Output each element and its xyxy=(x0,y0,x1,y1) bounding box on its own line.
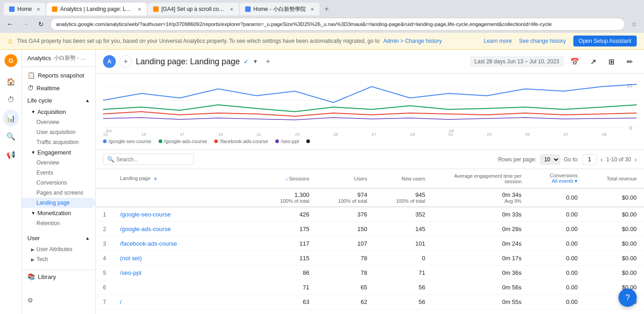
row-page[interactable]: /free-resources xyxy=(113,309,258,314)
reports-snapshot-item[interactable]: 📋 Reports snapshot xyxy=(22,69,95,82)
advertising-icon[interactable]: 📢 xyxy=(3,146,19,163)
rows-per-page-select[interactable]: 10 25 50 xyxy=(540,154,560,165)
report-dropdown-btn[interactable]: ▼ xyxy=(252,58,258,65)
all-events-link[interactable]: All events ▾ xyxy=(552,178,578,184)
acquisition-header[interactable]: ▼ Acquisition xyxy=(22,107,95,117)
home-favicon xyxy=(9,6,15,12)
forward-button[interactable]: → xyxy=(19,18,32,31)
calendar-btn[interactable]: 📅 xyxy=(567,54,582,69)
prev-page-btn[interactable]: ‹ xyxy=(601,156,603,163)
row-page[interactable]: /google-seo-course xyxy=(113,207,258,222)
col-revenue[interactable]: Total revenue xyxy=(585,169,644,188)
address-bar: ← → ↻ analytics.google.com/analytics/web… xyxy=(0,15,644,33)
tab-analytics[interactable]: Analytics | Landing page: Landi... ✕ xyxy=(46,3,147,15)
pages-screens-item[interactable]: Pages and screens xyxy=(22,188,95,198)
user-label: User xyxy=(27,235,40,242)
tab-close[interactable]: ✕ xyxy=(138,7,141,12)
reload-button[interactable]: ↻ xyxy=(35,18,47,31)
user-attributes-item[interactable]: ▶ User Attributes xyxy=(22,244,95,254)
user-attr-expand: ▶ xyxy=(31,247,35,252)
engagement-section: ▼ Engagement Overview Events Conversions… xyxy=(22,147,95,208)
rows-per-page-label: Rows per page: xyxy=(498,156,536,163)
landing-page-item[interactable]: Landing page xyxy=(22,198,95,208)
tab-home[interactable]: Home ✕ xyxy=(4,3,46,15)
svg-text:17: 17 xyxy=(180,132,184,137)
share-btn[interactable]: ↗ xyxy=(586,54,600,69)
row-page[interactable]: (not set) xyxy=(113,251,258,266)
change-history-link[interactable]: Admin > Change history xyxy=(383,38,442,44)
acquisition-overview[interactable]: Overview xyxy=(22,117,95,127)
row-rank: 4 xyxy=(96,251,113,266)
back-button[interactable]: ← xyxy=(4,18,16,31)
realtime-icon[interactable]: ⏱ xyxy=(3,92,19,108)
col-sessions[interactable]: ↓Sessions xyxy=(259,169,317,188)
add-to-report-btn[interactable]: + xyxy=(262,55,274,68)
monetization-header[interactable]: ▼ Monetization xyxy=(22,208,95,218)
toolbar-right: Last 28 days Jun 13 – Jul 10, 2023 📅 ↗ ⊞… xyxy=(470,54,637,69)
see-change-history-link[interactable]: See change history xyxy=(519,38,566,44)
lifecycle-icon[interactable]: 📊 xyxy=(3,110,19,126)
svg-text:05: 05 xyxy=(526,132,530,137)
add-comparison-btn[interactable]: + xyxy=(119,55,132,68)
realtime-item[interactable]: ⏱ Realtime xyxy=(22,82,95,94)
events-item[interactable]: Events xyxy=(22,168,95,178)
totals-revenue: $0.00 xyxy=(585,188,644,207)
property-selector[interactable]: Analytics 小白新勢 - GA4 ▼ xyxy=(22,50,95,67)
totals-users: 974 100% of total xyxy=(317,188,375,207)
compare-btn[interactable]: ⊞ xyxy=(604,54,618,69)
col-users[interactable]: Users xyxy=(317,169,375,188)
bookmark-btn[interactable]: ☆ xyxy=(628,18,640,31)
col-avg-engagement[interactable]: Average engagement time per session xyxy=(433,169,529,188)
help-button[interactable]: ? xyxy=(618,288,637,307)
url-bar[interactable]: analytics.google.com/analytics/web/?auth… xyxy=(50,18,625,31)
learn-more-link[interactable]: Learn more xyxy=(484,38,511,44)
tab-close[interactable]: ✕ xyxy=(36,7,40,12)
search-container[interactable]: 🔍 xyxy=(103,154,194,165)
row-page[interactable]: /facebook-ads-course xyxy=(113,237,258,251)
home-icon[interactable]: 🏠 xyxy=(3,73,19,90)
report-status-btn[interactable]: ✓ xyxy=(243,58,249,65)
row-new-users: 27 xyxy=(375,309,433,314)
library-item[interactable]: 📚 Library xyxy=(22,270,95,283)
row-page[interactable]: / xyxy=(113,295,258,309)
explore-icon[interactable]: 🔍 xyxy=(3,128,19,144)
row-page[interactable]: /seo-ppt xyxy=(113,266,258,280)
user-acquisition-item[interactable]: User acquisition xyxy=(22,127,95,137)
row-new-users: 71 xyxy=(375,266,433,280)
next-page-btn[interactable]: › xyxy=(634,156,637,163)
engagement-overview[interactable]: Overview xyxy=(22,158,95,168)
traffic-acquisition-item[interactable]: Traffic acquisition xyxy=(22,137,95,147)
table-row: 4 (not set) 115 78 0 0m 17s 0.00 $0.00 xyxy=(96,251,644,266)
new-tab-button[interactable]: + xyxy=(320,3,333,15)
legend-label-fb: /facebook-ads-course xyxy=(220,139,268,144)
settings-item[interactable]: ⚙ xyxy=(22,294,39,307)
col-new-users[interactable]: New users xyxy=(375,169,433,188)
edit-btn[interactable]: ✏ xyxy=(622,54,637,69)
col-landing-page[interactable]: Landing page + xyxy=(113,169,258,188)
retention-item[interactable]: Retention xyxy=(22,218,95,228)
open-setup-btn[interactable]: Open Setup Assistant xyxy=(573,36,637,46)
tab-close[interactable]: ✕ xyxy=(230,7,233,12)
lifecycle-header[interactable]: Life cycle ▲ xyxy=(22,94,95,107)
row-page[interactable]: /google-ads-course xyxy=(113,222,258,237)
row-new-users: 101 xyxy=(375,237,433,251)
tab-ga4[interactable]: [GA4] Set up a scroll convers... ✕ xyxy=(148,3,239,15)
lifecycle-collapse-icon: ▲ xyxy=(85,98,90,103)
tab-close[interactable]: ✕ xyxy=(310,7,314,12)
conversions-item[interactable]: Conversions xyxy=(22,178,95,188)
svg-text:29: 29 xyxy=(410,132,415,137)
engagement-header[interactable]: ▼ Engagement xyxy=(22,147,95,158)
tab-xiaobai[interactable]: Home - 小白新勢學院 ✕ xyxy=(240,3,319,15)
add-dimension-btn[interactable]: + xyxy=(154,175,157,182)
table-row: 8 /free-resources 48 40 27 1m 13s 0.00 $… xyxy=(96,309,644,314)
date-range-btn[interactable]: Last 28 days Jun 13 – Jul 10, 2023 xyxy=(470,56,564,67)
row-users: 107 xyxy=(317,237,375,251)
user-header[interactable]: User ▲ xyxy=(22,232,95,244)
tech-item[interactable]: ▶ Tech xyxy=(22,254,95,264)
search-icon: 🔍 xyxy=(107,156,114,163)
row-page[interactable] xyxy=(113,280,258,295)
go-to-input[interactable] xyxy=(582,154,597,165)
warning-icon: ⚠ xyxy=(7,37,13,45)
row-conversions: 0.00 xyxy=(529,266,585,280)
search-input[interactable] xyxy=(116,156,185,163)
